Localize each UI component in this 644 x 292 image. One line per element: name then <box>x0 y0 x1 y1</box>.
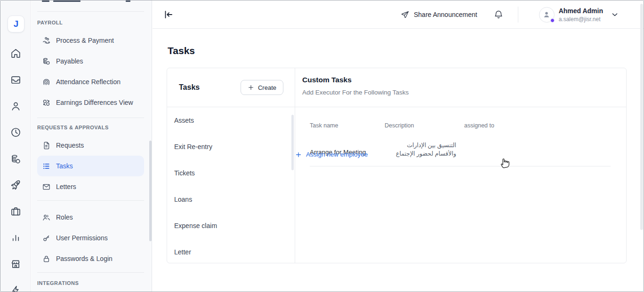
page-title: Tasks <box>168 45 195 56</box>
share-announcement-button[interactable]: Share Announcement <box>401 10 477 19</box>
plus-icon <box>248 84 254 91</box>
divider <box>37 11 144 12</box>
people-icon <box>42 213 51 222</box>
sidebar-item-passwords-login[interactable]: Passwords & Login <box>37 248 144 269</box>
sidebar-scrollbar[interactable] <box>149 141 152 241</box>
sidebar-item-label: Tasks <box>56 162 73 170</box>
topbar-divider <box>518 7 518 23</box>
user-name: Ahmed Admin <box>559 8 603 14</box>
section-label-integrations: INTEGRATIONS <box>37 280 79 286</box>
document-icon <box>42 141 51 150</box>
main-area: Share Announcement A <box>153 0 644 292</box>
storefront-icon[interactable] <box>10 258 22 270</box>
list-item-tickets[interactable]: Tickets <box>167 160 295 186</box>
send-icon <box>401 10 410 19</box>
sidebar-item-process-payment[interactable]: Process & Payment <box>37 30 144 51</box>
clock-icon[interactable] <box>10 126 22 138</box>
brand-logo[interactable]: J <box>8 16 24 32</box>
sidebar-item-user-permissions[interactable]: User Permissions <box>37 228 144 248</box>
share-announcement-label: Share Announcement <box>414 11 477 18</box>
bar-chart-icon[interactable] <box>10 232 22 244</box>
user-email: a.salem@jisr.net <box>559 16 603 22</box>
sidebar-item-letters[interactable]: Letters <box>37 176 144 197</box>
list-item-assets[interactable]: Assets <box>167 107 295 134</box>
sidebar-item-label: Payables <box>56 57 83 65</box>
custom-tasks-header: Custom Tasks Add Executor For the Follow… <box>295 68 626 107</box>
sync-arrows-icon <box>42 98 51 107</box>
list-item-exit-re-entry[interactable]: Exit Re-entry <box>167 134 295 160</box>
divider <box>37 200 144 201</box>
sidebar-item-payables[interactable]: Payables <box>37 51 144 71</box>
sidebar-item-attendance-reflection[interactable]: Attendance Reflection <box>37 71 144 92</box>
task-type-list: Assets Exit Re-entry Tickets Loans Expen… <box>167 107 295 263</box>
sidebar-item-tasks[interactable]: Tasks <box>37 156 144 176</box>
chevron-down-icon[interactable] <box>610 10 620 19</box>
briefcase-icon[interactable] <box>10 205 22 217</box>
envelope-icon <box>42 182 51 191</box>
list-item-loans[interactable]: Loans <box>167 186 295 213</box>
page-scrollbar[interactable] <box>640 4 643 230</box>
coins-icon[interactable] <box>10 153 22 165</box>
sidebar-menu: PAYROLL Process & Payment Payables Atten… <box>32 0 152 292</box>
assign-new-employee-link[interactable]: Assign new employee <box>295 151 368 158</box>
divider <box>37 118 144 118</box>
collapse-sidebar-icon[interactable] <box>163 9 174 20</box>
lock-icon <box>42 254 51 263</box>
sidebar-item-label: Letters <box>56 183 76 191</box>
custom-tasks-title: Custom Tasks <box>302 76 626 84</box>
key-icon <box>42 234 51 243</box>
tasks-card: Tasks Create Custom Tasks Add Executor F… <box>167 68 627 263</box>
custom-tasks-table: Task name Description assigned to Arrang… <box>295 107 626 263</box>
list-item-expense-claim[interactable]: Expense claim <box>167 213 295 239</box>
sidebar-item-label: Requests <box>56 142 84 150</box>
sidebar-item-earnings-differences[interactable]: Earnings Differences View <box>37 90 144 115</box>
tasks-panel-title: Tasks <box>179 83 200 92</box>
section-label-requests-approvals: REQUESTS & APPROVALS <box>37 125 109 130</box>
section-label-payroll: PAYROLL <box>37 20 63 25</box>
inbox-icon[interactable] <box>10 74 22 86</box>
column-header-description: Description <box>385 122 414 129</box>
icon-rail: J <box>0 0 31 292</box>
sidebar-item-label: Attendance Reflection <box>56 78 121 86</box>
sidebar-item-requests[interactable]: Requests <box>37 135 144 156</box>
mouse-cursor-hand <box>499 156 511 169</box>
list-scrollbar[interactable] <box>291 115 294 170</box>
create-button[interactable]: Create <box>241 80 283 95</box>
sidebar-item-label: Passwords & Login <box>56 255 113 263</box>
row-divider <box>310 166 611 166</box>
sidebar-item-label: Process & Payment <box>56 37 114 45</box>
avatar-person-icon <box>542 10 551 19</box>
home-icon[interactable] <box>10 47 22 59</box>
column-header-task-name: Task name <box>310 122 338 129</box>
notifications-bell-icon[interactable] <box>493 9 504 20</box>
topbar: Share Announcement A <box>153 0 644 29</box>
hand-coins-icon <box>42 36 51 45</box>
user-info: Ahmed Admin a.salem@jisr.net <box>559 8 603 22</box>
app-window: J <box>0 0 644 292</box>
user-avatar[interactable] <box>539 7 555 23</box>
status-dot <box>550 18 555 23</box>
lightning-icon[interactable] <box>10 284 22 292</box>
user-icon[interactable] <box>10 100 22 112</box>
plus-icon <box>295 151 302 158</box>
fingerprint-icon <box>42 78 51 87</box>
assign-new-employee-label: Assign new employee <box>306 151 368 158</box>
sidebar-item-label: Roles <box>56 213 73 221</box>
rocket-icon[interactable] <box>10 179 22 191</box>
custom-tasks-subtitle: Add Executor For the Following Tasks <box>302 89 626 96</box>
coins-icon <box>42 57 51 66</box>
checklist-icon <box>42 162 51 171</box>
tasks-panel-header: Tasks Create <box>167 68 295 107</box>
column-header-assigned-to: assigned to <box>464 122 494 129</box>
divider <box>37 272 144 273</box>
create-button-label: Create <box>258 84 276 91</box>
sidebar-item-roles[interactable]: Roles <box>37 207 144 228</box>
cell-description: التنسيق بين الإدارات والأقسام لحضور الإج… <box>385 141 456 158</box>
sidebar-item-label: User Permissions <box>56 234 108 242</box>
list-item-letter[interactable]: Letter <box>167 239 295 263</box>
sidebar-item-label: Earnings Differences View <box>56 99 133 107</box>
